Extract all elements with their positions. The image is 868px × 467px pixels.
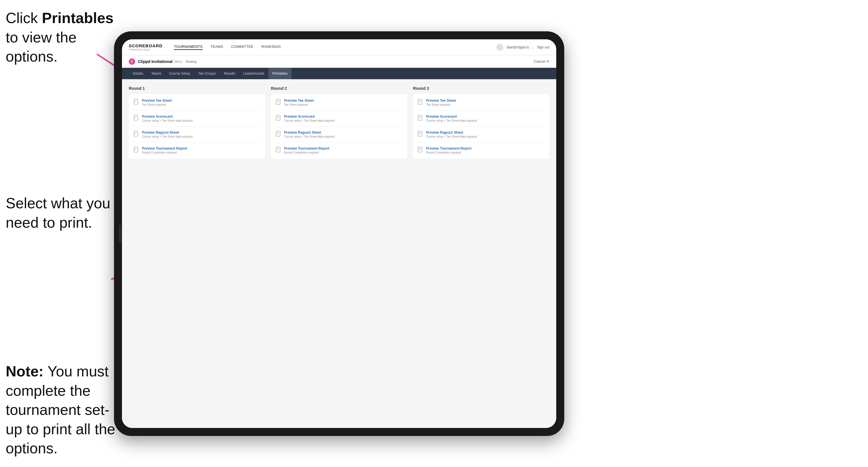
round1-report-title[interactable]: Preview Tournament Report [142,147,187,150]
round2-tee-sheet-info: Preview Tee Sheet Tee Sheet required [284,99,314,106]
svg-rect-11 [134,132,137,133]
tablet-screen: SCOREBOARD Powered by clippd TOURNAMENTS… [122,39,556,428]
svg-rect-24 [277,117,279,118]
r2-raguzzi-icon [276,131,281,137]
round1-raguzzi-title[interactable]: Preview Raguzzi Sheet [142,130,192,134]
round2-tournament-report[interactable]: Preview Tournament Report Round Completi… [276,147,403,154]
cancel-button[interactable]: Cancel ✕ [534,59,550,64]
nav-right: blair@clippd.io | Sign out [496,44,550,51]
tab-details[interactable]: Details [129,68,147,79]
r3-report-icon [417,147,423,154]
round3-tournament-report[interactable]: Preview Tournament Report Round Completi… [417,147,545,154]
round3-raguzzi-info: Preview Raguzzi Sheet Course setup + Tee… [426,130,476,138]
tab-course-setup[interactable]: Course Setup [165,68,194,79]
round3-scorecard-info: Preview Scorecard Course setup + Tee She… [426,115,476,122]
round1-tournament-report[interactable]: Preview Tournament Report Round Completi… [133,147,261,154]
round1-report-sub: Round Completion required [142,151,187,154]
sign-out-link[interactable]: Sign out [537,45,550,49]
tournament-status: Hosting [186,60,196,63]
round1-scorecard-title[interactable]: Preview Scorecard [142,115,192,119]
svg-rect-30 [276,147,280,152]
svg-rect-42 [418,131,422,136]
round-3-label: Round 3 [413,86,550,91]
nav-links: TOURNAMENTS TEAMS COMMITTEE RANKINGS [174,44,496,50]
svg-rect-40 [418,117,421,118]
round1-tee-sheet[interactable]: Preview Tee Sheet Tee Sheet required [133,99,261,106]
round-2-column: Round 2 Preview Tee Sheet Tee Sheet requ… [271,86,407,159]
round1-raguzzi[interactable]: Preview Raguzzi Sheet Course setup + Tee… [133,130,261,138]
round2-raguzzi[interactable]: Preview Raguzzi Sheet Course setup + Tee… [276,130,403,138]
round3-raguzzi[interactable]: Preview Raguzzi Sheet Course setup + Tee… [417,130,545,138]
svg-rect-21 [277,102,278,102]
round3-report-title[interactable]: Preview Tournament Report [426,147,471,150]
round1-tee-sheet-info: Preview Tee Sheet Tee Sheet required [142,99,172,106]
r3-tee-sheet-icon [417,99,423,106]
svg-rect-29 [277,134,278,134]
tournament-name: Clippd Invitational [138,59,173,64]
svg-rect-31 [277,148,279,149]
round3-tee-sheet[interactable]: Preview Tee Sheet Tee Sheet required [417,99,545,106]
tab-teams[interactable]: Teams [147,68,165,79]
round1-raguzzi-sub: Course setup + Tee Sheet data required [142,135,192,138]
svg-rect-2 [134,99,138,104]
nav-link-rankings[interactable]: RANKINGS [261,44,281,50]
svg-rect-26 [276,131,280,136]
round1-tee-sheet-title[interactable]: Preview Tee Sheet [142,99,172,102]
svg-rect-35 [418,100,421,101]
svg-rect-47 [418,148,421,149]
round3-tee-sheet-title[interactable]: Preview Tee Sheet [426,99,456,102]
round1-scorecard[interactable]: Preview Scorecard Course setup + Tee She… [133,115,261,122]
svg-rect-25 [277,118,278,119]
round-1-card: Preview Tee Sheet Tee Sheet required [129,94,265,159]
tab-printables[interactable]: Printables [269,68,291,79]
svg-rect-17 [134,150,136,150]
nav-link-tournaments[interactable]: TOURNAMENTS [174,44,202,50]
annotation-top-text: Click Printables to view the options. [6,10,114,65]
round1-scorecard-sub: Course setup + Tee Sheet data required [142,119,192,122]
main-content: Round 1 [122,79,556,428]
svg-rect-18 [276,99,280,104]
svg-rect-5 [134,102,136,102]
round-2-label: Round 2 [271,86,407,91]
svg-rect-33 [277,150,278,150]
round2-raguzzi-sub: Course setup + Tee Sheet data required [284,135,335,138]
tab-leaderboards[interactable]: Leaderboards [239,68,268,79]
sub-tabs: Details Teams Course Setup Tee Groups Re… [122,68,556,79]
brand: SCOREBOARD Powered by clippd [129,43,162,51]
round3-scorecard-title[interactable]: Preview Scorecard [426,115,476,119]
round2-scorecard[interactable]: Preview Scorecard Course setup + Tee She… [276,115,403,122]
round-2-card: Preview Tee Sheet Tee Sheet required [271,94,407,159]
round2-tee-sheet-title[interactable]: Preview Tee Sheet [284,99,314,102]
svg-rect-41 [418,118,420,119]
svg-rect-15 [134,148,137,149]
nav-link-committee[interactable]: COMMITTEE [231,44,253,50]
svg-rect-20 [277,101,279,102]
round2-scorecard-info: Preview Scorecard Course setup + Tee She… [284,115,335,122]
svg-rect-14 [134,147,138,152]
round3-scorecard-sub: Course setup + Tee Sheet data required [426,119,476,122]
round3-tee-sheet-info: Preview Tee Sheet Tee Sheet required [426,99,456,106]
round1-tee-sheet-sub: Tee Sheet required [142,103,172,106]
round3-tee-sheet-sub: Tee Sheet required [426,103,456,106]
svg-rect-23 [277,116,279,117]
round3-scorecard[interactable]: Preview Scorecard Course setup + Tee She… [417,115,545,122]
r2-report-icon [276,147,281,154]
svg-rect-9 [134,118,136,119]
round2-tee-sheet[interactable]: Preview Tee Sheet Tee Sheet required [276,99,403,106]
annotation-mid-text: Select what you need to print. [6,195,110,231]
round-1-column: Round 1 [129,86,265,159]
round-3-column: Round 3 Preview Tee Sheet Tee Sheet requ… [413,86,550,159]
round2-report-title[interactable]: Preview Tournament Report [284,147,330,150]
svg-rect-7 [134,116,137,117]
round-3-card: Preview Tee Sheet Tee Sheet required [413,94,550,159]
svg-rect-16 [134,149,137,150]
round2-raguzzi-title[interactable]: Preview Raguzzi Sheet [284,130,335,134]
nav-link-teams[interactable]: TEAMS [211,44,223,50]
round3-raguzzi-title[interactable]: Preview Raguzzi Sheet [426,130,476,134]
tab-results[interactable]: Results [220,68,239,79]
tab-tee-groups[interactable]: Tee Groups [194,68,220,79]
svg-rect-43 [418,132,421,133]
r2-tee-sheet-icon [276,99,281,106]
round2-scorecard-title[interactable]: Preview Scorecard [284,115,335,119]
avatar [496,44,503,51]
